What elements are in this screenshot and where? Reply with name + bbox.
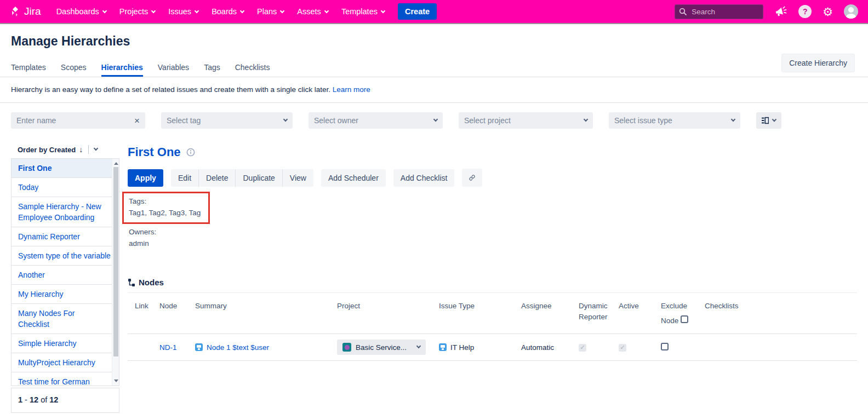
row-dynamic-reporter-cell: ✓ [579,343,619,352]
chevron-down-icon [195,8,199,13]
jira-logo[interactable]: Jira [10,5,41,18]
issue-type-icon [195,343,203,351]
scrollbar[interactable] [112,159,119,386]
tags-value: Tag1, Tag2, Tag3, Tag [129,207,201,219]
tag-filter-label: Select tag [167,116,284,125]
scroll-up-arrow-icon[interactable] [114,162,118,165]
nav-menu-boards[interactable]: Boards [212,7,244,16]
col-link: Link [128,301,159,326]
issue-type-value: IT Help [450,343,474,352]
tab-tags[interactable]: Tags [204,58,220,77]
tab-checklists[interactable]: Checklists [235,58,270,77]
tags-annotation-box: Tags: Tag1, Tag2, Tag3, Tag [122,192,210,224]
exclude-node-checkbox[interactable] [661,343,669,350]
project-select[interactable]: Basic Service... [337,340,426,355]
tab-variables[interactable]: Variables [158,58,189,77]
clear-icon[interactable]: × [134,116,140,125]
page-header: Manage Hierarchies [0,23,868,49]
tab-scopes[interactable]: Scopes [61,58,87,77]
row-issue-type-cell: IT Help [439,343,521,352]
chevron-down-icon [102,8,107,13]
page-to: 12 [30,395,38,404]
add-checklist-button[interactable]: Add Checklist [393,169,455,187]
col-issue-type: Issue Type [439,301,521,326]
nodes-section-title: Nodes [139,278,164,287]
row-project-cell: Basic Service... [337,340,439,355]
chevron-down-icon [280,8,284,13]
scroll-down-arrow-icon[interactable] [114,380,118,382]
search-icon [679,8,687,16]
issue-type-filter-label: Select issue type [614,116,732,125]
node-key-link[interactable]: ND-1 [159,343,177,352]
list-item-test-time-german[interactable]: Test time for German [12,372,119,386]
node-summary-link[interactable]: Node 1 $text $user [207,343,269,352]
nav-menu-issues[interactable]: Issues [168,7,198,16]
help-icon[interactable]: ? [798,5,812,18]
nav-menu-assets[interactable]: Assets [297,7,328,16]
chevron-down-icon [240,8,244,13]
list-item-my-hierarchy[interactable]: My Hierarchy [12,285,119,304]
view-button[interactable]: View [282,169,313,187]
tab-hierarchies[interactable]: Hierarchies [101,58,143,77]
edit-button-group: Edit Delete Duplicate View [171,169,313,187]
col-checklists: Checklists [705,301,857,326]
detail-title-row: First One [128,145,857,159]
list-item-sample-hierarchy[interactable]: Sample Hierarchy - New Employee Onboardi… [12,197,119,227]
owner-filter-select[interactable]: Select owner [309,112,443,129]
list-item-today[interactable]: Today [12,178,119,197]
megaphone-icon[interactable] [774,5,787,18]
chevron-down-icon [151,8,156,13]
list-item-multyproject[interactable]: MultyProject Hierarchy [12,353,119,372]
divider [88,145,89,154]
row-exclude-cell [661,343,705,352]
row-node-key: ND-1 [159,343,195,352]
delete-button[interactable]: Delete [198,169,235,187]
col-assignee: Assignee [521,301,579,326]
info-icon[interactable] [186,148,195,157]
copy-link-button[interactable] [462,169,482,187]
list-item-system-type[interactable]: System type of the variable [12,246,119,266]
tabs-bar: Templates Scopes Hierarchies Variables T… [0,58,868,77]
layout-icon [762,117,769,124]
list-item-another[interactable]: Another [12,266,119,285]
user-avatar[interactable] [844,4,858,19]
list-item-many-nodes[interactable]: Many Nodes For Checklist [12,304,119,334]
col-active: Active [619,301,661,326]
apply-button[interactable]: Apply [128,169,163,187]
nav-menu-plans[interactable]: Plans [257,7,284,16]
content-area: Order by Created ↓ First One Today Sampl… [0,135,868,413]
order-by-control[interactable]: Order by Created ↓ [11,141,119,158]
add-scheduler-button[interactable]: Add Scheduler [321,169,386,187]
name-filter-input[interactable] [16,116,134,125]
page-title: Manage Hierarchies [11,34,857,49]
view-layout-toggle[interactable] [756,112,781,129]
create-button[interactable]: Create [398,3,437,20]
scrollbar-thumb[interactable] [113,167,118,357]
project-filter-select[interactable]: Select project [459,112,593,129]
learn-more-link[interactable]: Learn more [333,85,370,94]
nav-menu-label: Assets [297,7,321,16]
nav-right-group: ? ⚙ [675,4,858,19]
duplicate-button[interactable]: Duplicate [235,169,282,187]
tab-templates[interactable]: Templates [11,58,46,77]
chevron-down-icon [381,8,385,13]
search-container [675,4,763,19]
name-filter: × [11,112,145,129]
tag-filter-select[interactable]: Select tag [161,112,293,129]
search-input[interactable] [675,4,763,19]
node-table-row: ND-1 Node 1 $text $user Basic Service...… [128,334,857,361]
nav-menu-dashboards[interactable]: Dashboards [56,7,106,16]
list-item-first-one[interactable]: First One [12,159,119,178]
chevron-down-icon[interactable] [94,146,98,151]
issue-type-filter-select[interactable]: Select issue type [609,112,740,129]
nav-menu-templates[interactable]: Templates [341,7,385,16]
list-item-simple-hierarchy[interactable]: Simple Hierarchy [12,334,119,353]
exclude-all-checkbox[interactable] [681,315,688,323]
create-hierarchy-button[interactable]: Create Hierarchy [781,54,855,72]
edit-button[interactable]: Edit [171,169,198,187]
gear-icon[interactable]: ⚙ [823,6,833,18]
nav-menu-projects[interactable]: Projects [119,7,155,16]
list-item-dynamic-reporter[interactable]: Dynamic Reporter [12,227,119,246]
sort-direction-icon[interactable]: ↓ [79,145,83,154]
col-summary: Summary [195,301,337,326]
